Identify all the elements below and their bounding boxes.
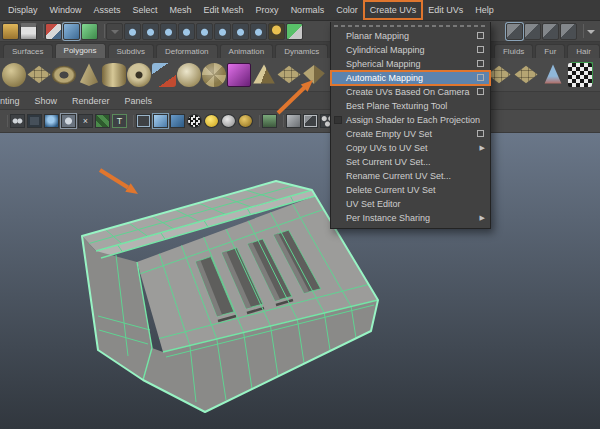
poly-cone-icon[interactable] [77,63,101,87]
split-polygon-icon[interactable] [277,63,301,87]
menu-item-cylindrical-mapping[interactable]: Cylindrical Mapping ▶ [331,43,490,57]
checkered-sphere-icon[interactable] [187,114,202,128]
divider[interactable] [38,24,44,38]
shelf-tab-subdivs[interactable]: Subdivs [108,44,154,58]
shelf-tab-surfaces[interactable]: Surfaces [3,44,53,58]
projection-rocket-icon[interactable] [541,63,565,87]
highlight-selection-icon[interactable] [286,23,303,40]
snap-point-icon[interactable] [160,23,177,40]
select-object-icon[interactable] [63,23,80,40]
panel-menu-lighting-partial[interactable]: nting [0,96,20,106]
folder-icon[interactable] [2,23,19,40]
menu-mesh[interactable]: Mesh [164,1,198,19]
output-connections-icon[interactable] [232,23,249,40]
mirror-geometry-icon[interactable] [302,63,326,87]
viewport[interactable] [0,133,600,429]
menu-item-per-instance-sharing[interactable]: Per Instance Sharing ▶ [331,211,490,225]
select-hierarchy-icon[interactable] [45,23,62,40]
menu-display[interactable]: Display [2,1,44,19]
ipr-render-icon[interactable] [542,23,559,40]
shelf-tab-polygons[interactable]: Polygons [55,43,106,58]
shelf-tab-fur[interactable]: Fur [535,44,565,58]
divider[interactable] [129,115,134,127]
isolate-frame-icon[interactable] [303,114,318,128]
divider[interactable] [279,115,284,127]
menu-window[interactable]: Window [44,1,88,19]
divider[interactable] [255,115,260,127]
make-live-icon[interactable] [196,23,213,40]
shelf-tab-animation[interactable]: Animation [220,44,274,58]
select-component-icon[interactable] [81,23,98,40]
snap-curve-icon[interactable] [142,23,159,40]
menu-item-uv-set-editor[interactable]: UV Set Editor ▶ [331,197,490,211]
menu-item-rename-current-uv-set[interactable]: Rename Current UV Set... ▶ [331,169,490,183]
menu-edit-mesh[interactable]: Edit Mesh [198,1,250,19]
poly-sphere-icon[interactable] [2,63,26,87]
menu-normals[interactable]: Normals [285,1,331,19]
lock-icon[interactable] [268,23,285,40]
menu-edit-uvs[interactable]: Edit UVs [422,1,469,19]
all-lights-icon[interactable] [238,114,253,128]
isolate-cube-icon[interactable] [286,114,301,128]
menu-create-uvs[interactable]: Create UVs [364,1,423,19]
smooth-mesh-icon[interactable] [177,63,201,87]
pan-zoom-icon[interactable] [27,114,42,128]
panel-menu-panels[interactable]: Panels [125,96,153,106]
menu-tearoff-handle[interactable] [334,22,487,29]
menu-item-copy-uvs-to-uv-set[interactable]: Copy UVs to UV Set ▶ [331,141,490,155]
shelf-tab-dynamics[interactable]: Dynamics [275,44,328,58]
menu-item-set-current-uv-set[interactable]: Set Current UV Set... ▶ [331,155,490,169]
render-current-frame-icon[interactable] [524,23,541,40]
checkbox-icon[interactable] [334,116,342,124]
uv-plane-alt-icon[interactable] [514,63,538,87]
menu-item-automatic-mapping[interactable]: Automatic Mapping ▶ [331,71,490,85]
shelf-tab-fluids[interactable]: Fluids [494,44,533,58]
shaded-cube-icon[interactable] [153,114,168,128]
render-settings-icon[interactable] [560,23,577,40]
menu-item-assign-shader-to-each-projection[interactable]: Assign Shader to Each Projection ▶ [331,113,490,127]
poly-plane-icon[interactable] [27,63,51,87]
panel-menu-show[interactable]: Show [35,96,58,106]
poly-torus-icon[interactable] [52,65,76,84]
menu-select[interactable]: Select [127,1,164,19]
divider[interactable] [578,24,584,38]
menu-item-delete-current-uv-set[interactable]: Delete Current UV Set ▶ [331,183,490,197]
divider[interactable] [3,115,8,127]
option-box-icon[interactable] [477,88,484,95]
chevron-down-icon[interactable] [585,23,598,40]
shelf-tab-deformation[interactable]: Deformation [156,44,218,58]
panel-menu-renderer[interactable]: Renderer [72,96,110,106]
field-chart-icon[interactable]: T [112,114,127,128]
selected-tool-icon[interactable] [61,114,76,128]
menu-item-create-uvs-based-on-camera[interactable]: Create UVs Based On Camera ▶ [331,85,490,99]
flat-light-icon[interactable] [221,114,236,128]
snap-plane-icon[interactable] [178,23,195,40]
menu-color[interactable]: Color [330,1,364,19]
save-icon[interactable] [20,23,37,40]
film-gate-icon[interactable]: × [78,114,93,128]
shelf-tab-hair[interactable]: Hair [567,44,600,58]
input-connections-icon[interactable] [214,23,231,40]
menu-assets[interactable]: Assets [88,1,127,19]
option-box-icon[interactable] [477,60,484,67]
default-light-icon[interactable] [204,114,219,128]
menu-proxy[interactable]: Proxy [250,1,285,19]
menu-item-planar-mapping[interactable]: Planar Mapping ▶ [331,29,490,43]
construction-history-icon[interactable] [250,23,267,40]
menu-item-spherical-mapping[interactable]: Spherical Mapping ▶ [331,57,490,71]
render-view-icon[interactable] [506,23,523,40]
subdiv-cube-icon[interactable] [227,63,251,87]
menu-help[interactable]: Help [469,1,500,19]
option-box-icon[interactable] [477,74,484,81]
textured-cube-icon[interactable] [170,114,185,128]
sphere-poly-proxy-icon[interactable] [202,63,226,87]
menu-item-create-empty-uv-set[interactable]: Create Empty UV Set ▶ [331,127,490,141]
option-box-icon[interactable] [477,32,484,39]
option-box-icon[interactable] [477,46,484,53]
combine-icon[interactable] [152,63,176,87]
snap-mode-chevron-icon[interactable] [106,23,123,40]
snap-grid-icon[interactable] [124,23,141,40]
poly-pyramid-icon[interactable] [252,63,276,87]
poly-cylinder-icon[interactable] [102,63,126,87]
divider[interactable] [99,24,105,38]
